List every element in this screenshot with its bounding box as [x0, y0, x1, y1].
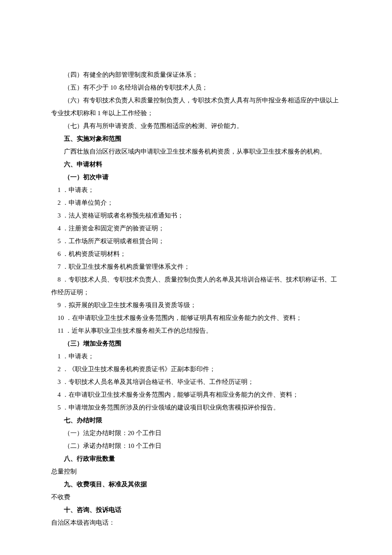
list-item: 8 ．专职技术人员、专职技术负责人、质量控制负责人的名单及其培训合格证书、技术职… — [51, 273, 341, 299]
list-item: 2 ．《职业卫生技术服务机构资质证书》正副本影印件； — [51, 363, 341, 375]
subsection-heading: （三）增加业务范围 — [51, 337, 341, 350]
paragraph: （七）具有与所申请资质、业务范围相适应的检测、评价能力。 — [51, 119, 341, 132]
paragraph: （一）法定办结时限：20 个工作日 — [51, 427, 341, 439]
paragraph: 广西壮族自治区行政区域内申请职业卫生技术服务机构资质，从事职业卫生技术服务的机构… — [51, 145, 341, 158]
paragraph: （二）承诺办结时限：10 个工作日 — [51, 439, 341, 452]
paragraph: 自治区本级咨询电话： — [51, 516, 341, 529]
paragraph: （六）有专职技术负责人和质量控制负责人，专职技术负责人具有与所申报业务相适应的中… — [51, 94, 341, 119]
list-item: 1 ．申请表； — [51, 183, 341, 196]
list-item: 4 ．注册资金和固定资产的验资证明； — [51, 222, 341, 235]
list-item: 3 ．法人资格证明或者名称预先核准通知书； — [51, 209, 341, 222]
section-heading: 八、行政审批数量 — [51, 452, 341, 465]
list-item: 10 ．在申请职业卫生技术服务业务范围内，能够证明具有相应业务能力的文件、资料； — [51, 311, 341, 324]
paragraph: 总量控制 — [51, 465, 341, 478]
list-item: 5 ．申请增加业务范围所涉及的行业领域的建设项目职业病危害模拟评价报告。 — [51, 401, 341, 414]
section-heading: 五、实施对象和范围 — [51, 132, 341, 145]
paragraph: 不收费 — [51, 491, 341, 503]
list-item: 6 ．机构资质证明材料； — [51, 247, 341, 260]
document-body: （四）有健全的内部管理制度和质量保证体系； （五）有不少于 10 名经培训合格的… — [51, 68, 341, 529]
list-item: 5 ．工作场所产权证明或者租赁合同； — [51, 235, 341, 247]
section-heading: 六、申请材料 — [51, 158, 341, 171]
list-item: 4 ．在申请职业卫生技术服务业务范围内，能够证明具有相应业务能力的文件、资料； — [51, 388, 341, 401]
list-item: 9 ．拟开展的职业卫生技术服务项目及资质等级； — [51, 299, 341, 311]
paragraph: （四）有健全的内部管理制度和质量保证体系； — [51, 68, 341, 81]
section-heading: 九、收费项目、标准及其依据 — [51, 478, 341, 491]
section-heading: 七、办结时限 — [51, 414, 341, 427]
subsection-heading: （一）初次申请 — [51, 171, 341, 183]
list-item: 1 ．申请表； — [51, 350, 341, 363]
list-item: 7 ．职业卫生技术服务机构质量管理体系文件； — [51, 260, 341, 273]
paragraph: （五）有不少于 10 名经培训合格的专职技术人员； — [51, 81, 341, 94]
list-item: 2 ．申请单位简介； — [51, 196, 341, 209]
list-item: 3 ．专职技术人员名单及其培训合格证书、毕业证书、工作经历证明； — [51, 375, 341, 388]
section-heading: 十、咨询、投诉电话 — [51, 503, 341, 516]
list-item: 11 ．近年从事职业卫生技术服务相关工作的总结报告。 — [51, 324, 341, 337]
